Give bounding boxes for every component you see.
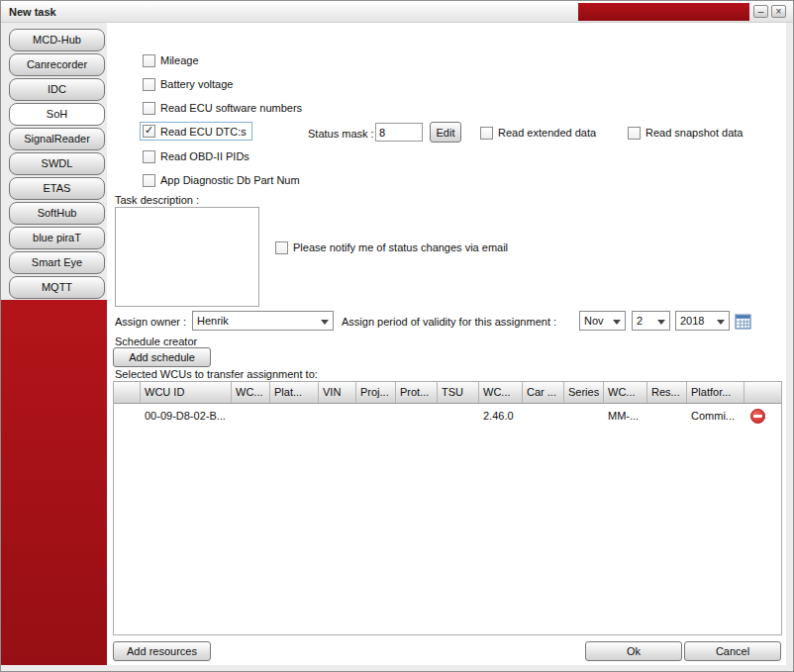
notify-row: Please notify me of status changes via e… <box>275 240 508 255</box>
validity-day-select[interactable]: 2 <box>632 311 670 331</box>
ecu-dtc-label: Read ECU DTC:s <box>160 126 247 138</box>
wcu-table-row[interactable]: 00-09-D8-02-B... 2.46.0 MM-... Commi... <box>114 404 781 428</box>
sidebar-tab-swdl[interactable]: SWDL <box>9 152 105 175</box>
task-description-label: Task description : <box>115 194 199 206</box>
read-snapshot-checkbox[interactable] <box>628 127 641 140</box>
status-mask-label: Status mask : <box>308 128 374 140</box>
obd-pids-label: Read OBD-II PIDs <box>160 150 249 162</box>
mileage-label: Mileage <box>160 54 199 66</box>
col-header-series[interactable]: Series <box>564 382 604 403</box>
ecu-dtc-checkbox[interactable]: ✓ <box>143 125 155 138</box>
check-icon: ✓ <box>145 124 153 137</box>
titlebar-red-accent <box>578 3 749 21</box>
validity-day-value: 2 <box>637 315 643 327</box>
sidebar-tab-smart-eye[interactable]: Smart Eye <box>9 251 105 274</box>
calendar-icon <box>735 313 751 330</box>
chevron-down-icon <box>321 320 329 325</box>
col-header-vin[interactable]: VIN <box>319 382 356 403</box>
validity-month-value: Nov <box>584 315 604 327</box>
col-header-prot[interactable]: Prot... <box>396 382 438 403</box>
sidebar-tab-blue-pirat[interactable]: blue piraT <box>9 227 105 249</box>
cell-platfor: Commi... <box>687 410 744 422</box>
app-diag-checkbox[interactable] <box>143 174 155 187</box>
validity-year-select[interactable]: 2018 <box>675 311 730 331</box>
col-header-tsu[interactable]: TSU <box>438 382 479 403</box>
col-header-blank[interactable] <box>114 382 141 403</box>
close-button[interactable]: × <box>771 5 786 18</box>
remove-row-icon[interactable] <box>750 409 765 424</box>
validity-label: Assign period of validity for this assig… <box>342 316 556 328</box>
battery-voltage-checkbox[interactable] <box>143 78 155 91</box>
ecu-software-checkbox[interactable] <box>143 102 155 115</box>
read-extended-checkbox[interactable] <box>480 127 493 140</box>
col-header-proj[interactable]: Proj... <box>356 382 396 403</box>
cell-actions <box>744 409 781 424</box>
ecu-software-row: Read ECU software numbers <box>143 100 302 116</box>
mileage-row: Mileage <box>143 52 199 68</box>
wcu-table: WCU ID WC... Plat... VIN Proj... Prot...… <box>113 381 782 635</box>
col-header-wcu-id[interactable]: WCU ID <box>141 382 232 403</box>
cell-wc2: 2.46.0 <box>479 410 523 422</box>
calendar-picker-button[interactable] <box>734 312 751 330</box>
app-diag-row: App Diagnostic Db Part Num <box>143 172 300 188</box>
read-extended-row: Read extended data <box>480 125 596 141</box>
obd-pids-row: Read OBD-II PIDs <box>143 148 249 164</box>
title-bar[interactable]: New task – × <box>1 1 793 23</box>
new-task-dialog: New task – × MCD-Hub Canrecorder IDC SoH… <box>0 0 794 672</box>
battery-voltage-row: Battery voltage <box>143 76 233 92</box>
ecu-dtc-row-focused: ✓ Read ECU DTC:s <box>140 122 252 141</box>
app-diag-label: App Diagnostic Db Part Num <box>160 174 300 186</box>
validity-month-select[interactable]: Nov <box>579 311 626 331</box>
battery-voltage-label: Battery voltage <box>160 78 233 90</box>
col-header-platfor[interactable]: Platfor... <box>687 382 744 403</box>
mileage-checkbox[interactable] <box>143 54 155 67</box>
sidebar-tab-etas[interactable]: ETAS <box>9 177 105 200</box>
validity-year-value: 2018 <box>680 315 704 327</box>
cancel-button[interactable]: Cancel <box>684 641 781 661</box>
read-extended-label: Read extended data <box>498 127 596 139</box>
chevron-down-icon <box>657 320 665 325</box>
sidebar-tab-softhub[interactable]: SoftHub <box>9 202 105 225</box>
sidebar-tab-idc[interactable]: IDC <box>9 78 105 101</box>
assign-owner-select[interactable]: Henrik <box>192 311 334 331</box>
assign-owner-label: Assign owner : <box>115 316 186 328</box>
add-schedule-button[interactable]: Add schedule <box>113 347 211 367</box>
notify-label: Please notify me of status changes via e… <box>293 241 508 253</box>
col-header-res[interactable]: Res... <box>647 382 687 403</box>
read-snapshot-row: Read snapshot data <box>628 125 743 141</box>
cell-wc3: MM-... <box>604 410 647 422</box>
selected-wcus-label: Selected WCUs to transfer assignment to: <box>115 368 318 380</box>
sidebar-tab-mqtt[interactable]: MQTT <box>9 276 105 299</box>
col-header-plat[interactable]: Plat... <box>270 382 319 403</box>
window-title: New task <box>9 6 56 18</box>
col-header-car[interactable]: Car ... <box>523 382 564 403</box>
cell-wcu-id: 00-09-D8-02-B... <box>141 410 232 422</box>
col-header-wc1[interactable]: WC... <box>232 382 270 403</box>
ok-button[interactable]: Ok <box>585 641 682 661</box>
notify-checkbox[interactable] <box>275 241 288 254</box>
obd-pids-checkbox[interactable] <box>143 150 155 163</box>
add-resources-button[interactable]: Add resources <box>113 641 211 661</box>
ecu-software-label: Read ECU software numbers <box>160 102 302 114</box>
edit-button[interactable]: Edit <box>430 122 461 143</box>
chevron-down-icon <box>613 320 621 325</box>
col-header-wc3[interactable]: WC... <box>604 382 647 403</box>
schedule-creator-label: Schedule creator <box>115 336 197 347</box>
read-snapshot-label: Read snapshot data <box>645 127 743 139</box>
chevron-down-icon <box>717 320 725 325</box>
sidebar-red-panel <box>1 300 107 665</box>
sidebar-tab-canrecorder[interactable]: Canrecorder <box>9 53 105 76</box>
minimize-button[interactable]: – <box>753 5 768 18</box>
assign-owner-value: Henrik <box>197 315 229 327</box>
sidebar-tab-mcd-hub[interactable]: MCD-Hub <box>9 29 105 51</box>
col-header-actions[interactable] <box>744 382 781 403</box>
wcu-table-header: WCU ID WC... Plat... VIN Proj... Prot...… <box>114 382 781 404</box>
sidebar-tab-soh[interactable]: SoH <box>9 103 105 126</box>
col-header-wc2[interactable]: WC... <box>479 382 523 403</box>
status-mask-input[interactable] <box>375 123 423 142</box>
task-description-input[interactable] <box>115 207 259 307</box>
sidebar: MCD-Hub Canrecorder IDC SoH SignalReader… <box>1 23 107 672</box>
sidebar-tab-signalreader[interactable]: SignalReader <box>9 128 105 150</box>
content-panel: Mileage Battery voltage Read ECU softwar… <box>107 23 786 665</box>
